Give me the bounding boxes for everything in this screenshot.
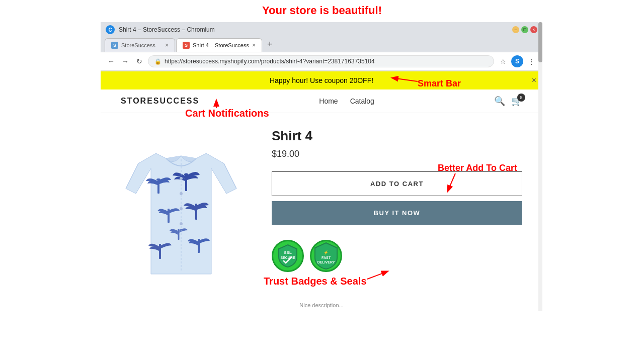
titlebar-controls: – □ × bbox=[512, 26, 537, 33]
smart-bar: Happy hour! Use coupon 20OFF! × bbox=[101, 71, 542, 89]
scrollbar-thumb[interactable] bbox=[538, 22, 542, 62]
product-section: Shirt 4 $19.00 ADD TO CART BUY IT NOW SS… bbox=[101, 113, 542, 301]
tab-label-2: Shirt 4 – StoreSuccess bbox=[193, 42, 249, 48]
svg-rect-4 bbox=[168, 209, 170, 223]
browser-title: Shirt 4 – StoreSuccess – Chromium bbox=[119, 26, 215, 33]
store-header-icons: 🔍 🛒 8 bbox=[494, 96, 522, 107]
bookmark-button[interactable]: ☆ bbox=[497, 55, 509, 67]
back-button[interactable]: ← bbox=[106, 56, 117, 67]
store-logo: STORESUCCESS bbox=[121, 97, 199, 106]
search-button[interactable]: 🔍 bbox=[494, 96, 505, 107]
profile-button[interactable]: S bbox=[511, 55, 523, 67]
browser-icon: C bbox=[106, 25, 115, 34]
forward-button[interactable]: → bbox=[120, 56, 131, 67]
product-price: $19.00 bbox=[272, 149, 522, 159]
nice-description-hint: Nice description... bbox=[101, 301, 542, 311]
ssl-badge: SSL SECURE bbox=[272, 240, 304, 272]
tabs-bar: S StoreSuccess × S Shirt 4 – StoreSucces… bbox=[101, 37, 542, 52]
product-title: Shirt 4 bbox=[272, 128, 522, 144]
svg-rect-7 bbox=[159, 244, 161, 259]
page-content: Happy hour! Use coupon 20OFF! × STORESUC… bbox=[101, 71, 542, 311]
close-button[interactable]: × bbox=[530, 26, 537, 33]
svg-rect-6 bbox=[178, 229, 180, 240]
cart-button[interactable]: 🛒 8 bbox=[511, 96, 522, 107]
product-image-col bbox=[121, 128, 252, 286]
tab-close-2[interactable]: × bbox=[252, 42, 256, 48]
add-to-cart-button[interactable]: ADD TO CART bbox=[272, 171, 522, 196]
nav-catalog[interactable]: Catalog bbox=[350, 97, 374, 105]
address-actions: ☆ S ⋮ bbox=[497, 55, 537, 67]
svg-point-13 bbox=[180, 222, 183, 225]
minimize-button[interactable]: – bbox=[512, 26, 519, 33]
new-tab-button[interactable]: + bbox=[263, 37, 277, 52]
fast-delivery-badge: ⚡ FAST DELIVERY bbox=[310, 240, 342, 272]
svg-text:SSL: SSL bbox=[284, 250, 292, 255]
url-text: https://storesuccess.myshopify.com/produ… bbox=[165, 58, 488, 65]
svg-point-3 bbox=[184, 173, 188, 176]
browser-titlebar: C Shirt 4 – StoreSuccess – Chromium – □ … bbox=[101, 22, 542, 37]
product-image bbox=[121, 128, 242, 284]
svg-rect-8 bbox=[198, 239, 200, 253]
maximize-button[interactable]: □ bbox=[521, 26, 528, 33]
tab-label-1: StoreSuccess bbox=[121, 42, 162, 48]
url-bar[interactable]: 🔒 https://storesuccess.myshopify.com/pro… bbox=[148, 55, 494, 67]
svg-text:⚡: ⚡ bbox=[324, 250, 329, 255]
menu-button[interactable]: ⋮ bbox=[525, 55, 537, 67]
tab-shirt4[interactable]: S Shirt 4 – StoreSuccess × bbox=[176, 38, 262, 52]
svg-rect-2 bbox=[185, 173, 187, 191]
top-annotation: Your store is beautiful! bbox=[0, 0, 644, 19]
tab-storesuccess[interactable]: S StoreSuccess × bbox=[105, 38, 175, 52]
smart-bar-close-button[interactable]: × bbox=[532, 76, 536, 85]
browser-window: C Shirt 4 – StoreSuccess – Chromium – □ … bbox=[101, 22, 542, 311]
store-header: STORESUCCESS Home Catalog 🔍 🛒 8 bbox=[101, 89, 542, 113]
smart-bar-text: Happy hour! Use coupon 20OFF! bbox=[270, 76, 373, 84]
cart-badge: 8 bbox=[517, 94, 525, 102]
store-nav: Home Catalog bbox=[319, 97, 374, 105]
svg-point-10 bbox=[180, 177, 183, 180]
tab-close-1[interactable]: × bbox=[165, 42, 169, 48]
tab-favicon-1: S bbox=[111, 42, 118, 49]
svg-point-12 bbox=[180, 207, 183, 210]
buy-now-button[interactable]: BUY IT NOW bbox=[272, 201, 522, 225]
svg-rect-0 bbox=[157, 178, 159, 194]
svg-text:SECURE: SECURE bbox=[280, 256, 295, 259]
svg-text:FAST: FAST bbox=[321, 256, 331, 259]
tab-favicon-2: S bbox=[183, 42, 190, 49]
reload-button[interactable]: ↻ bbox=[134, 56, 145, 67]
lock-icon: 🔒 bbox=[154, 58, 162, 65]
svg-text:DELIVERY: DELIVERY bbox=[317, 260, 335, 264]
address-bar: ← → ↻ 🔒 https://storesuccess.myshopify.c… bbox=[101, 52, 542, 71]
nav-home[interactable]: Home bbox=[319, 97, 338, 105]
svg-rect-5 bbox=[195, 204, 197, 220]
scrollbar[interactable] bbox=[538, 22, 542, 311]
svg-point-11 bbox=[180, 192, 183, 195]
trust-badges: SSL SECURE ⚡ FAST DELIVERY bbox=[272, 240, 522, 272]
svg-point-1 bbox=[156, 178, 160, 180]
product-details-col: Shirt 4 $19.00 ADD TO CART BUY IT NOW SS… bbox=[272, 128, 522, 272]
